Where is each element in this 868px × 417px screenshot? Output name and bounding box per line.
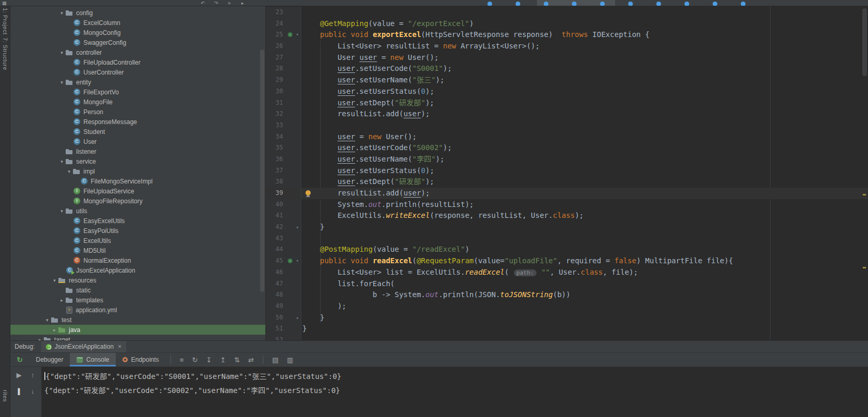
code-editor[interactable]: 2324 @GetMapping(value = "/exportExcel")… [266, 6, 868, 340]
toolbar-icon[interactable]: ▥ [283, 356, 297, 364]
console-output[interactable]: {"dept":"研发部","userCode":"S0001","userNa… [42, 367, 868, 417]
error-stripe-mark[interactable] [863, 267, 866, 268]
up-stack-icon[interactable]: ↑ [26, 371, 40, 387]
editor-scrollbar[interactable] [862, 8, 867, 76]
editor-line-40[interactable]: 40 System.out.println(resultList); [266, 199, 868, 211]
file-tab-icon[interactable] [656, 2, 661, 6]
tree-item-service[interactable]: ▾service [10, 156, 265, 166]
tree-item-JsonExcelApplication[interactable]: CJsonExcelApplication [10, 265, 265, 275]
tab-debugger[interactable]: Debugger [29, 353, 70, 366]
tree-item-application.yml[interactable]: Yapplication.yml [10, 305, 265, 315]
toolbar-icon[interactable]: ▸ [241, 0, 244, 6]
tree-item-ExcelColumn[interactable]: CExcelColumn [10, 18, 265, 28]
fold-marker[interactable]: ▾ [294, 255, 301, 267]
tree-item-MongoFileRepository[interactable]: IMongoFileRepository [10, 196, 265, 206]
toolbar-icon[interactable]: ↶ [201, 0, 205, 6]
file-tab-icon[interactable] [628, 2, 633, 6]
tree-item-controller[interactable]: ▾controller [10, 47, 265, 57]
tree-item-target[interactable]: ▸target [10, 335, 265, 340]
tree-item-ExcelUtils[interactable]: CExcelUtils [10, 236, 265, 246]
tree-item-MongoFile[interactable]: CMongoFile [10, 97, 265, 107]
toolbar-icon[interactable]: ↧ [202, 356, 216, 364]
tree-item-static[interactable]: static [10, 285, 265, 295]
tree-item-NormalException[interactable]: CNormalException [10, 255, 265, 265]
fold-marker[interactable]: ▾ [294, 29, 301, 41]
editor-line-27[interactable]: 27 User user = new User(); [266, 52, 868, 64]
toolbar-icon[interactable]: ▤ [268, 356, 283, 364]
tool-button-project[interactable]: 1: Project [2, 6, 8, 36]
editor-line-43[interactable]: 43 [266, 233, 868, 244]
pause-output-icon[interactable]: ∥ [13, 387, 26, 403]
error-stripe-mark[interactable] [863, 194, 866, 195]
editor-line-25[interactable]: 25▾ public void exportExcel(HttpServletR… [266, 29, 868, 41]
editor-line-48[interactable]: 48 b -> System.out.println(JSON.toJSONSt… [266, 289, 868, 301]
editor-line-32[interactable]: 32 resultList.add(user); [266, 108, 868, 120]
tree-item-User[interactable]: CUser [10, 137, 265, 146]
editor-line-51[interactable]: 51} [266, 323, 868, 335]
tree-item-utils[interactable]: ▾utils [10, 206, 265, 216]
tool-window-switcher-icon[interactable]: ▦ [2, 0, 7, 6]
file-tab-icon[interactable] [544, 2, 548, 6]
file-tab-icon[interactable] [516, 2, 520, 6]
editor-line-47[interactable]: 47 list.forEach( [266, 278, 868, 290]
editor-line-44[interactable]: 44 @PostMapping(value = "/readExcel") [266, 244, 868, 255]
tree-item-Student[interactable]: CStudent [10, 127, 265, 137]
intention-bulb-icon[interactable] [305, 190, 311, 195]
file-tab-icon[interactable] [713, 2, 717, 6]
editor-line-36[interactable]: 36 user.setUserName("李四"); [266, 154, 868, 165]
fold-marker[interactable]: ▴ [294, 222, 301, 233]
editor-line-39[interactable]: 39 resultList.add(user); [266, 188, 868, 199]
editor-line-46[interactable]: 46 List<User> list = ExcelUtils.readExce… [266, 267, 868, 278]
tool-button-structure[interactable]: 7: Structure [2, 36, 8, 72]
tool-button-favorites[interactable]: rites [2, 388, 8, 403]
editor-line-38[interactable]: 38 user.setDept("研发部"); [266, 176, 868, 188]
debug-session-tab[interactable]: JsonExcelApplication × [41, 341, 126, 352]
tree-item-FileMongoServiceImpl[interactable]: CFileMongoServiceImpl [10, 176, 265, 186]
tree-item-test[interactable]: ▾test [10, 315, 265, 325]
chevron-down-icon[interactable]: ▾ [66, 169, 72, 174]
tree-item-EasyExcelUtils[interactable]: CEasyExcelUtils [10, 216, 265, 226]
file-tab-icon[interactable] [741, 2, 745, 6]
editor-line-34[interactable]: 34 user = new User(); [266, 131, 868, 143]
chevron-down-icon[interactable]: ▾ [51, 278, 58, 283]
file-tab-icon[interactable] [600, 2, 605, 6]
editor-line-23[interactable]: 23 [266, 7, 868, 18]
tree-item-templates[interactable]: ▸templates [10, 295, 265, 305]
editor-line-29[interactable]: 29 user.setUserName("张三"); [266, 75, 868, 86]
toolbar-icon[interactable]: ⇄ [244, 356, 258, 364]
tree-item-FileUploadService[interactable]: IFileUploadService [10, 186, 265, 196]
chevron-down-icon[interactable]: ▾ [58, 10, 65, 16]
tree-item-resources[interactable]: ▾resources [10, 275, 265, 285]
toolbar-icon[interactable]: ↷ [214, 0, 218, 6]
file-tab-icon[interactable] [487, 2, 492, 6]
chevron-down-icon[interactable]: ▾ [44, 317, 51, 323]
tree-item-EasyPoiUtils[interactable]: CEasyPoiUtils [10, 226, 265, 236]
editor-line-30[interactable]: 30 user.setUserStatus(0); [266, 86, 868, 97]
tree-item-ResponseMessage[interactable]: CResponseMessage [10, 117, 265, 127]
tree-item-java[interactable]: ▸java [10, 325, 265, 335]
chevron-down-icon[interactable]: ▾ [58, 50, 65, 55]
editor-line-52[interactable]: 52 [266, 335, 868, 340]
editor-line-28[interactable]: 28 user.setUserCode("S0001"); [266, 63, 868, 75]
tab-console[interactable]: Console [70, 353, 116, 366]
tree-item-UserController[interactable]: CUserController [10, 67, 265, 77]
fold-marker[interactable]: ▴ [294, 312, 301, 324]
editor-line-24[interactable]: 24 @GetMapping(value = "/exportExcel") [266, 18, 868, 30]
rerun-icon[interactable]: ↻ [17, 355, 23, 364]
editor-line-42[interactable]: 42▴ } [266, 222, 868, 233]
tab-endpoints[interactable]: Endpoints [116, 353, 165, 366]
editor-line-26[interactable]: 26 List<User> resultList = new ArrayList… [266, 41, 868, 52]
tree-item-FileUploadController[interactable]: CFileUploadController [10, 57, 265, 67]
editor-line-41[interactable]: 41 ExcelUtils.writeExcel(response, resul… [266, 210, 868, 222]
chevron-right-icon[interactable]: ▸ [58, 298, 65, 303]
editor-line-31[interactable]: 31 user.setDept("研发部"); [266, 97, 868, 109]
close-icon[interactable]: × [118, 343, 121, 350]
tree-item-config[interactable]: ▾config [10, 8, 265, 18]
toolbar-icon[interactable]: ≡ [228, 0, 230, 6]
resume-icon[interactable]: ▶ [13, 371, 26, 387]
tree-item-Person[interactable]: CPerson [10, 107, 265, 117]
toolbar-icon[interactable]: ↥ [216, 356, 230, 364]
tree-item-MongoConfig[interactable]: CMongoConfig [10, 28, 265, 38]
chevron-right-icon[interactable]: ▸ [51, 327, 58, 333]
tree-item-listener[interactable]: listener [10, 146, 265, 156]
